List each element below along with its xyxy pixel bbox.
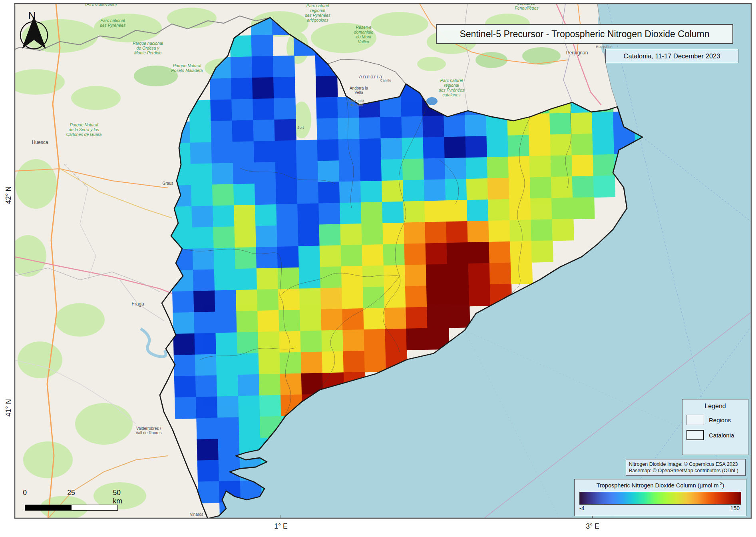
attribution-line-1: Nitrogen Dioxide Image: © Copernicus ESA… [629,461,745,467]
map-document: (Aire d'adhésion)Parc nationaldes Pyréné… [0,0,756,537]
svg-text:Huesca: Huesca [32,140,48,145]
x-axis-label: 1° E [274,522,287,531]
svg-text:Canillo: Canillo [380,78,391,82]
svg-text:Fraga: Fraga [131,301,144,307]
attribution: Nitrogen Dioxide Image: © Copernicus ESA… [626,459,746,476]
svg-text:Parc nationaldes Pyrénées: Parc nationaldes Pyrénées [100,18,126,28]
svg-text:Parc naturelrégionaldes Pyréné: Parc naturelrégionaldes Pyrénéesariégeoi… [305,3,331,22]
catalonia-symbol [686,430,704,440]
attribution-line-2: Basemap: © OpenStreetMap contributors (O… [629,467,745,474]
colorbar: Tropospheric Nitrogen Dioxide Column (µm… [574,479,746,516]
north-arrow-needle [22,16,46,49]
legend-item-regions: Regions [686,415,744,425]
scale-bar: 0 25 50 km [20,489,128,513]
legend-title: Legend [686,403,744,410]
svg-text:Sort: Sort [297,126,304,130]
y-axis-label: 42° N [4,186,13,204]
svg-text:Graus: Graus [162,181,173,186]
svg-text:Parque Naturalde la Serra y lo: Parque Naturalde la Serra y losCañones d… [66,122,102,137]
map-title: Sentinel-5 Precursor - Tropospheric Nitr… [460,29,709,40]
x-axis-label: 3° E [586,522,599,531]
scale-label-0: 0 [23,489,27,497]
y-axis-label: 41° N [4,399,13,417]
svg-text:Corbières-Fenouillèdes: Corbières-Fenouillèdes [515,1,539,10]
scale-segment-white [72,505,117,510]
svg-text:Valderrobres /Vall de Roures: Valderrobres /Vall de Roures [136,426,162,435]
map-subtitle-box: Catalonia, 11-17 December 2023 [605,49,738,63]
map-canvas: (Aire d'adhésion)Parc nationaldes Pyréné… [0,0,756,537]
scale-label-25: 25 [67,489,75,497]
regions-label: Regions [709,417,731,423]
regions-symbol [686,415,704,425]
scale-bar-segments [25,505,118,511]
map-subtitle: Catalonia, 11-17 December 2023 [624,52,720,60]
colorbar-min-label: -4 [579,505,584,511]
map-title-box: Sentinel-5 Precursor - Tropospheric Nitr… [436,24,733,44]
north-arrow: N [17,7,53,53]
colorbar-title: Tropospheric Nitrogen Dioxide Column (µm… [575,481,746,489]
svg-text:Perpignan: Perpignan [566,50,588,56]
svg-text:Andorra: Andorra [359,74,383,80]
legend-item-catalonia: Catalonia [686,430,744,440]
scale-label-50: 50 km [113,489,123,505]
colorbar-max-label: 150 [730,505,740,511]
legend: Legend Regions Catalonia [682,399,748,455]
svg-text:Parque nacionalde Ordesa yMont: Parque nacionalde Ordesa yMonte Perdido [133,41,163,55]
catalonia-label: Catalonia [709,432,734,439]
colorbar-gradient [579,492,741,505]
scale-segment-black [25,505,72,510]
svg-text:Sant Juliàde Lòria: Sant Juliàde Lòria [348,99,364,107]
svg-text:Parque NaturalPosets-Maladeta: Parque NaturalPosets-Maladeta [171,63,203,73]
svg-text:Vinaròs: Vinaròs [190,512,203,517]
